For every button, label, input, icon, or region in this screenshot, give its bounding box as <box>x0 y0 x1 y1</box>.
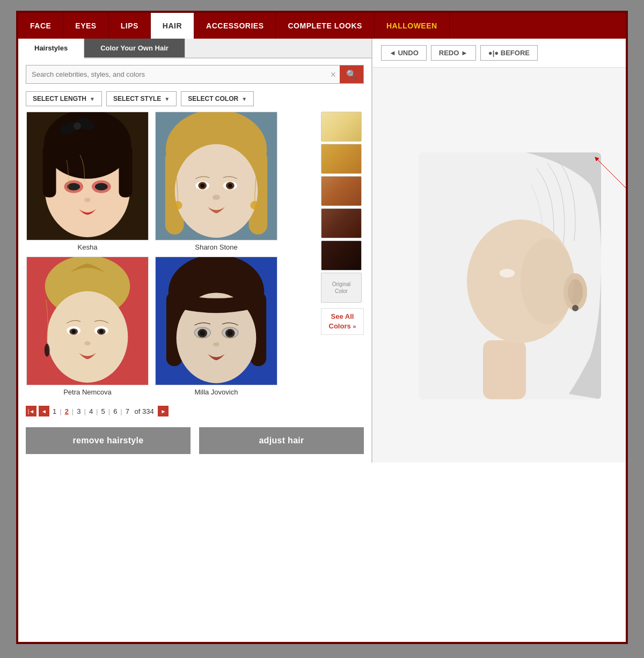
style-arrow-icon: ▼ <box>164 96 170 102</box>
remove-hairstyle-button[interactable]: remove hairstyle <box>26 427 191 454</box>
page-1[interactable]: 1 <box>52 407 57 415</box>
nav-lips[interactable]: LIPS <box>109 13 151 39</box>
swatch-very-dark[interactable] <box>321 240 362 270</box>
swatch-dark-brown[interactable] <box>321 208 362 238</box>
page-prev-button[interactable]: ◄ <box>39 406 49 416</box>
svg-point-11 <box>95 183 108 191</box>
hair-cell-kesha: Kesha <box>26 112 149 251</box>
page-first-button[interactable]: |◄ <box>26 406 36 416</box>
nav-eyes[interactable]: EYES <box>63 13 108 39</box>
svg-point-51 <box>194 327 211 339</box>
preview-area <box>372 68 626 463</box>
filter-color-button[interactable]: SELECT COLOR ▼ <box>181 91 254 106</box>
hair-image-milla[interactable] <box>155 257 277 385</box>
hair-name-petra: Petra Nemcova <box>63 388 112 396</box>
svg-point-50 <box>213 342 219 347</box>
grid-area: Kesha <box>18 112 371 396</box>
svg-point-60 <box>572 305 579 311</box>
hair-image-petra[interactable] <box>26 257 149 385</box>
hair-name-kesha: Kesha <box>78 243 98 251</box>
svg-point-62 <box>521 238 574 324</box>
page-4[interactable]: 4 <box>88 407 94 415</box>
search-area: ✕ 🔍 <box>18 59 371 88</box>
svg-point-23 <box>228 184 232 188</box>
color-arrow-icon: ▼ <box>241 96 247 102</box>
tab-hairstyles[interactable]: Hairstyles <box>18 39 84 59</box>
see-all-chevron-icon: » <box>353 323 356 330</box>
svg-rect-3 <box>43 144 56 198</box>
bottom-buttons: remove hairstyle adjust hair <box>18 422 371 463</box>
color-swatches: OriginalColor See AllColors » <box>321 112 364 396</box>
undo-button[interactable]: ◄ UNDO <box>381 45 427 61</box>
filter-row: SELECT LENGTH ▼ SELECT STYLE ▼ SELECT CO… <box>18 88 371 112</box>
search-clear-icon[interactable]: ✕ <box>327 70 340 79</box>
nav-accessories[interactable]: ACCESSORIES <box>194 13 276 39</box>
page-7[interactable]: 7 <box>125 407 130 415</box>
main-layout: Hairstyles Color Your Own Hair ✕ 🔍 SELEC… <box>18 39 626 463</box>
svg-point-61 <box>500 269 515 277</box>
filter-length-button[interactable]: SELECT LENGTH ▼ <box>26 91 102 106</box>
action-bar: ◄ UNDO REDO ► ●|● BEFORE <box>372 39 626 68</box>
swatch-golden-blonde[interactable] <box>321 144 362 174</box>
svg-point-7 <box>74 122 81 130</box>
top-nav: FACE EYES LIPS HAIR ACCESSORIES COMPLETE… <box>18 13 626 39</box>
hair-cell-petra: Petra Nemcova <box>26 257 149 396</box>
search-input[interactable] <box>26 67 327 82</box>
hairstyle-grid: Kesha <box>26 112 316 396</box>
svg-point-17 <box>175 144 258 238</box>
hair-image-sharon[interactable] <box>155 112 277 240</box>
redo-button[interactable]: REDO ► <box>431 45 476 61</box>
nav-face[interactable]: FACE <box>18 13 63 39</box>
page-3[interactable]: 3 <box>76 407 82 415</box>
search-bar: ✕ 🔍 <box>26 65 364 84</box>
svg-point-52 <box>222 327 239 339</box>
svg-point-37 <box>45 344 50 357</box>
app-wrapper: FACE EYES LIPS HAIR ACCESSORIES COMPLETE… <box>16 11 628 644</box>
left-panel: Hairstyles Color Your Own Hair ✕ 🔍 SELEC… <box>18 39 372 463</box>
adjust-hair-button[interactable]: adjust hair <box>199 427 364 454</box>
hair-cell-milla: Milla Jovovich <box>155 257 278 396</box>
page-6[interactable]: 6 <box>112 407 118 415</box>
pagination: |◄ ◄ 1 | 2 | 3 | 4 | 5 | 6 | 7 of 334 ► <box>18 396 371 422</box>
see-all-colors-button[interactable]: See AllColors » <box>321 308 364 335</box>
subtabs: Hairstyles Color Your Own Hair <box>18 39 371 59</box>
svg-point-26 <box>250 201 259 210</box>
svg-point-36 <box>84 341 91 346</box>
svg-rect-4 <box>119 144 132 198</box>
right-panel: ◄ UNDO REDO ► ●|● BEFORE <box>372 39 626 463</box>
svg-rect-56 <box>483 340 526 399</box>
page-2[interactable]: 2 <box>64 407 70 415</box>
svg-point-10 <box>67 183 80 191</box>
swatch-light-blonde[interactable] <box>321 112 362 142</box>
undo-label: ◄ UNDO <box>389 49 419 57</box>
svg-point-25 <box>174 201 182 210</box>
nav-halloween[interactable]: HALLOWEEN <box>375 13 450 39</box>
page-next-button[interactable]: ► <box>158 406 169 416</box>
svg-point-24 <box>213 195 220 200</box>
nav-complete-looks[interactable]: COMPLETE LOOKS <box>276 13 374 39</box>
hair-name-milla: Milla Jovovich <box>195 388 238 396</box>
length-arrow-icon: ▼ <box>90 96 95 102</box>
hair-image-kesha[interactable] <box>26 112 149 240</box>
nav-hair[interactable]: HAIR <box>151 13 194 39</box>
before-label: ●|● BEFORE <box>488 49 530 57</box>
svg-point-29 <box>47 291 128 382</box>
before-button[interactable]: ●|● BEFORE <box>480 45 538 61</box>
svg-point-35 <box>99 330 104 334</box>
hair-name-sharon: Sharon Stone <box>195 243 238 251</box>
hair-cell-sharon: Sharon Stone <box>155 112 278 251</box>
svg-point-32 <box>71 330 76 334</box>
swatch-auburn[interactable] <box>321 176 362 206</box>
filter-style-button[interactable]: SELECT STYLE ▼ <box>106 91 177 106</box>
page-5[interactable]: 5 <box>100 407 106 415</box>
svg-point-20 <box>200 184 204 188</box>
redo-label: REDO ► <box>439 49 468 57</box>
search-button[interactable]: 🔍 <box>340 65 363 83</box>
tab-color-own-hair[interactable]: Color Your Own Hair <box>84 39 185 57</box>
svg-point-12 <box>84 198 91 202</box>
swatch-original[interactable]: OriginalColor <box>321 273 362 303</box>
